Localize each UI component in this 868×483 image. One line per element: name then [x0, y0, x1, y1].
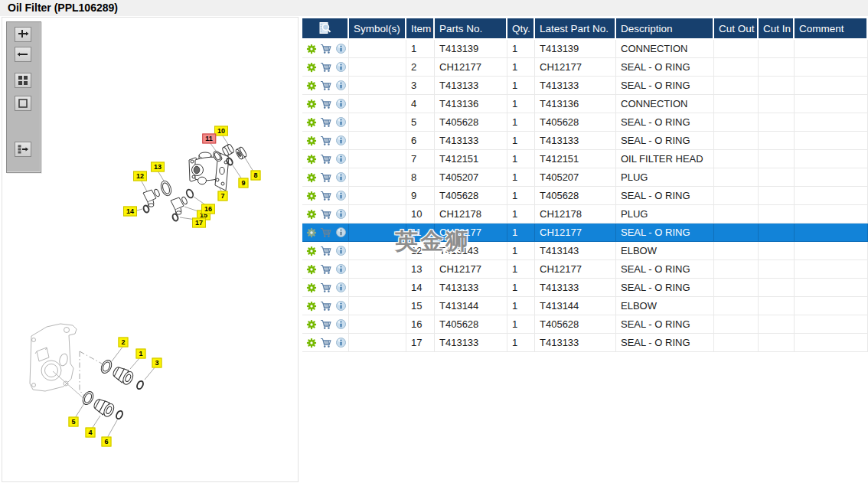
info-icon[interactable] — [334, 190, 347, 202]
image-search-header-button[interactable] — [302, 18, 349, 40]
table-row[interactable]: 7 T412151 1 T412151 OIL FILTER HEAD — [302, 150, 868, 168]
callout-16[interactable]: 16 — [201, 204, 215, 214]
table-row[interactable]: 9 T405628 1 T405628 SEAL - O RING — [302, 187, 868, 205]
cart-icon[interactable] — [320, 171, 332, 184]
info-icon[interactable] — [334, 43, 347, 55]
table-row[interactable]: 12 T413143 1 T413143 ELBOW — [302, 242, 868, 260]
gear-icon[interactable] — [305, 208, 318, 220]
cart-icon[interactable] — [320, 61, 332, 73]
cart-icon[interactable] — [320, 208, 332, 220]
zoom-in-button[interactable] — [15, 27, 31, 42]
table-row[interactable]: 4 T413136 1 T413136 CONNECTION — [302, 95, 868, 113]
gear-icon[interactable] — [305, 190, 318, 202]
cart-icon[interactable] — [320, 135, 332, 147]
table-row[interactable]: 10 CH12178 1 CH12178 PLUG — [302, 205, 868, 224]
info-icon[interactable] — [334, 300, 347, 312]
callout-6[interactable]: 6 — [101, 437, 111, 447]
table-row[interactable]: 3 T413133 1 T413133 SEAL - O RING — [302, 77, 868, 95]
cell-latest-part-no: T413136 — [535, 95, 616, 113]
table-row[interactable]: 14 T413133 1 T413133 SEAL - O RING — [302, 279, 868, 297]
info-icon[interactable] — [334, 337, 347, 349]
callout-10[interactable]: 10 — [214, 126, 228, 136]
cart-icon[interactable] — [320, 337, 332, 349]
cell-comment — [795, 168, 868, 187]
info-icon[interactable] — [334, 135, 347, 147]
gear-icon[interactable] — [305, 318, 318, 331]
callout-4[interactable]: 4 — [85, 428, 95, 438]
gear-icon[interactable] — [305, 43, 318, 55]
table-row[interactable]: 17 T413133 1 T413133 SEAL - O RING — [302, 334, 868, 352]
info-icon[interactable] — [334, 282, 347, 294]
gear-icon[interactable] — [305, 135, 318, 147]
callout-7[interactable]: 7 — [217, 191, 227, 201]
gear-icon[interactable] — [305, 337, 318, 349]
info-icon[interactable] — [334, 98, 347, 110]
cell-cut-in — [759, 40, 795, 58]
callout-8[interactable]: 8 — [250, 171, 260, 181]
cart-icon[interactable] — [320, 190, 332, 202]
table-row[interactable]: 15 T413144 1 T413144 ELBOW — [302, 297, 868, 315]
callout-12[interactable]: 12 — [133, 171, 147, 181]
callout-2[interactable]: 2 — [118, 338, 128, 348]
gear-icon[interactable] — [305, 171, 318, 184]
info-icon[interactable] — [334, 171, 347, 184]
table-row[interactable]: 6 T413133 1 T413133 SEAL - O RING — [302, 132, 868, 150]
cart-icon[interactable] — [320, 300, 332, 312]
cart-icon[interactable] — [320, 80, 332, 92]
info-icon[interactable] — [334, 227, 347, 239]
table-row[interactable]: 1 T413139 1 T413139 CONNECTION — [302, 40, 868, 58]
zoom-out-button[interactable] — [15, 47, 31, 62]
cart-icon[interactable] — [320, 98, 332, 110]
cart-icon[interactable] — [320, 282, 332, 294]
info-icon[interactable] — [334, 80, 347, 92]
gear-icon[interactable] — [305, 245, 318, 257]
cell-symbols — [349, 315, 406, 334]
cart-icon[interactable] — [320, 153, 332, 165]
cell-cut-out — [714, 168, 759, 187]
callout-1[interactable]: 1 — [135, 349, 145, 359]
cell-parts-no: CH12178 — [435, 205, 507, 224]
info-icon[interactable] — [334, 318, 347, 331]
gear-icon[interactable] — [305, 80, 318, 92]
toggle-parts-list-button[interactable] — [15, 142, 31, 157]
thumbnail-view-button[interactable] — [15, 73, 31, 88]
callout-14[interactable]: 14 — [123, 207, 137, 217]
gear-icon[interactable] — [305, 153, 318, 165]
gear-icon[interactable] — [305, 300, 318, 312]
table-row[interactable]: 2 CH12177 1 CH12177 SEAL - O RING — [302, 58, 868, 77]
table-row[interactable]: 16 T405628 1 T405628 SEAL - O RING — [302, 315, 868, 334]
cart-icon[interactable] — [320, 43, 332, 55]
gear-icon[interactable] — [305, 263, 318, 276]
table-row[interactable]: 5 T405628 1 T405628 SEAL - O RING — [302, 113, 868, 132]
info-icon[interactable] — [334, 153, 347, 165]
callout-9[interactable]: 9 — [238, 178, 248, 188]
callout-5[interactable]: 5 — [68, 417, 78, 427]
info-icon[interactable] — [334, 245, 347, 257]
gear-icon[interactable] — [305, 98, 318, 110]
cart-icon[interactable] — [320, 227, 332, 239]
cell-cut-in — [759, 150, 795, 168]
callout-13[interactable]: 13 — [151, 162, 165, 172]
callout-11[interactable]: 11 — [202, 134, 216, 144]
cart-icon[interactable] — [320, 245, 332, 257]
info-icon[interactable] — [334, 116, 347, 129]
gear-icon[interactable] — [305, 227, 318, 239]
info-icon[interactable] — [334, 263, 347, 276]
gear-icon[interactable] — [305, 282, 318, 294]
gear-icon[interactable] — [305, 116, 318, 129]
table-row[interactable]: 8 T405207 1 T405207 PLUG — [302, 168, 868, 187]
full-view-button[interactable] — [15, 96, 31, 111]
cart-icon[interactable] — [320, 116, 332, 129]
gear-icon[interactable] — [305, 61, 318, 73]
cell-latest-part-no: T405628 — [535, 315, 616, 334]
table-row[interactable]: 13 CH12177 1 CH12177 SEAL - O RING — [302, 260, 868, 279]
info-icon[interactable] — [334, 208, 347, 220]
info-icon[interactable] — [334, 61, 347, 73]
callout-17[interactable]: 17 — [192, 218, 206, 228]
cart-icon[interactable] — [320, 263, 332, 276]
table-row[interactable]: 11 CH12177 1 CH12177 SEAL - O RING — [302, 224, 868, 242]
callout-3[interactable]: 3 — [152, 358, 162, 368]
cell-latest-part-no: CH12177 — [535, 224, 616, 242]
cart-icon[interactable] — [320, 318, 332, 331]
exploded-diagram-art — [2, 18, 298, 480]
